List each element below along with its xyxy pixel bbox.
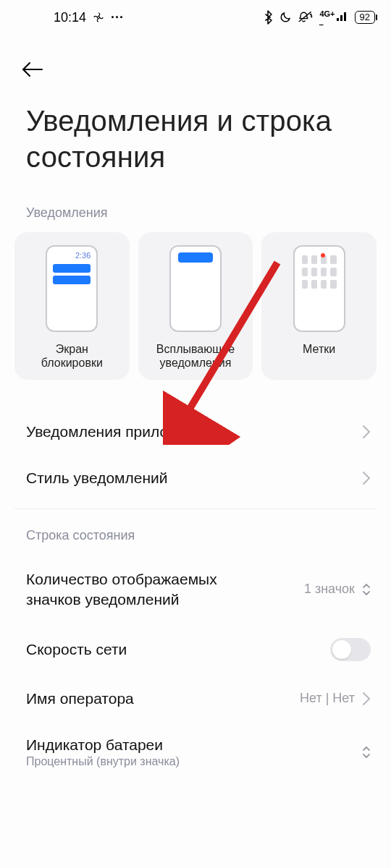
chevron-right-icon — [362, 692, 371, 706]
battery-value: 92 — [360, 12, 370, 22]
network-speed-toggle[interactable] — [330, 638, 371, 661]
chevron-right-icon — [362, 425, 371, 439]
moon-icon — [279, 11, 292, 24]
stepper-icon — [362, 746, 371, 759]
badges-preview-icon — [293, 245, 345, 332]
row-battery-indicator-sub: Процентный (внутри значка) — [26, 755, 180, 768]
signal-icon — [336, 10, 349, 25]
row-app-notifications-label: Уведомления приложений — [26, 423, 212, 441]
cards-row: 2:36 Экран блокировки Всплывающие уведом… — [0, 232, 391, 380]
bluetooth-icon — [263, 10, 273, 25]
row-notification-style[interactable]: Стиль уведомлений — [0, 455, 391, 501]
card-popup-label: Всплывающие уведомления — [156, 342, 235, 370]
network-type: 4G+ — [319, 9, 335, 18]
card-lock-screen-label: Экран блокировки — [41, 342, 103, 370]
card-popup-notifications[interactable]: Всплывающие уведомления — [138, 232, 253, 380]
chevron-right-icon — [362, 471, 371, 485]
card-lock-screen[interactable]: 2:36 Экран блокировки — [14, 232, 130, 380]
status-left: 10:14 ··· — [54, 10, 124, 25]
row-icon-count[interactable]: Количество отображаемых значков уведомле… — [0, 555, 391, 624]
section-statusbar-label: Строка состояния — [0, 509, 391, 555]
fan-icon — [92, 11, 105, 24]
row-network-speed-label: Скорость сети — [26, 641, 127, 658]
section-notifications-label: Уведомления — [0, 181, 391, 232]
row-carrier-name-value: Нет | Нет — [300, 691, 355, 706]
card-badges[interactable]: Метки — [261, 232, 377, 380]
more-icon: ··· — [111, 10, 124, 25]
svg-point-0 — [98, 17, 100, 19]
row-icon-count-label: Количество отображаемых значков уведомле… — [26, 569, 258, 609]
row-icon-count-value: 1 значок — [304, 582, 355, 597]
lockscreen-time: 2:36 — [75, 251, 91, 260]
status-bar: 10:14 ··· 4 — [0, 0, 391, 35]
row-app-notifications[interactable]: Уведомления приложений — [0, 409, 391, 455]
card-badges-label: Метки — [303, 342, 335, 370]
status-time: 10:14 — [54, 10, 86, 25]
popup-preview-icon — [169, 245, 222, 332]
network-indicator: 4G+⎯ — [319, 10, 348, 25]
row-notification-style-label: Стиль уведомлений — [26, 469, 168, 487]
battery-indicator: 92 — [355, 11, 375, 24]
lockscreen-preview-icon: 2:36 — [46, 245, 98, 332]
row-battery-indicator[interactable]: Индикатор батареи Процентный (внутри зна… — [0, 722, 391, 773]
row-battery-indicator-label: Индикатор батареи — [26, 736, 180, 754]
row-carrier-name-label: Имя оператора — [26, 690, 134, 707]
status-right: 4G+⎯ 92 — [263, 10, 375, 25]
back-button[interactable] — [20, 55, 49, 84]
row-carrier-name[interactable]: Имя оператора Нет | Нет — [0, 676, 391, 722]
stepper-icon — [362, 583, 371, 596]
row-network-speed[interactable]: Скорость сети — [0, 624, 391, 676]
page-title: Уведомления и строка состояния — [0, 84, 391, 181]
vibrate-icon — [298, 11, 314, 24]
